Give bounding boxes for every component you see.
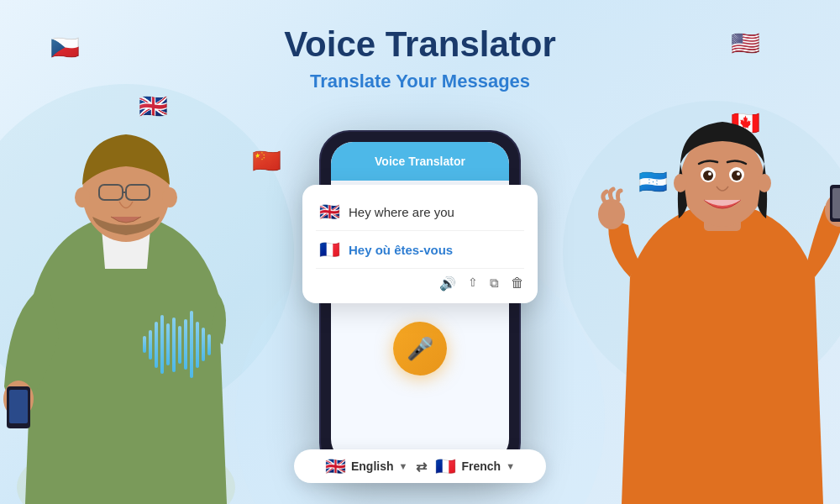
target-language-selector[interactable]: 🇫🇷 French ▼ <box>435 458 515 475</box>
swap-languages-icon[interactable]: ⇄ <box>416 459 427 475</box>
svg-rect-12 <box>9 390 28 423</box>
phone-header: Voice Translator <box>331 142 509 181</box>
svg-point-9 <box>162 187 177 207</box>
translation-actions: 🔊 ⇧ ⧉ 🗑 <box>316 268 524 291</box>
target-lang-text: French <box>461 459 501 473</box>
sound-wave <box>143 311 211 378</box>
svg-point-16 <box>758 174 771 192</box>
target-flag: 🇫🇷 <box>319 241 340 258</box>
svg-point-21 <box>708 172 711 176</box>
mic-button[interactable]: 🎤 <box>393 322 447 375</box>
language-bar: 🇬🇧 English ▼ ⇄ 🇫🇷 French ▼ <box>294 449 546 483</box>
target-lang-flag: 🇫🇷 <box>435 458 456 475</box>
svg-point-22 <box>737 172 740 176</box>
app-subtitle: Translate Your Messages <box>0 71 840 92</box>
source-lang-text: English <box>351 459 394 473</box>
svg-point-26 <box>598 199 625 229</box>
delete-icon[interactable]: 🗑 <box>511 276 524 291</box>
translation-card: 🇬🇧 Hey where are you 🇫🇷 Hey où êtes-vous… <box>302 185 538 303</box>
original-translation-row: 🇬🇧 Hey where are you <box>316 197 524 231</box>
translated-translation-row: 🇫🇷 Hey où êtes-vous <box>316 234 524 265</box>
svg-point-15 <box>674 174 687 192</box>
source-lang-flag: 🇬🇧 <box>325 458 346 475</box>
svg-rect-25 <box>832 188 840 218</box>
phone-app-title: Voice Translator <box>375 155 465 168</box>
target-lang-dropdown-icon: ▼ <box>506 461 515 471</box>
original-text: Hey where are you <box>349 205 454 219</box>
source-lang-dropdown-icon: ▼ <box>399 461 408 471</box>
header-section: Voice Translator Translate Your Messages <box>0 25 840 92</box>
source-flag: 🇬🇧 <box>319 203 340 220</box>
source-language-selector[interactable]: 🇬🇧 English ▼ <box>325 458 407 475</box>
svg-point-20 <box>732 171 742 181</box>
translated-text: Hey où êtes-vous <box>349 243 453 257</box>
share-icon[interactable]: ⇧ <box>468 276 478 291</box>
volume-icon[interactable]: 🔊 <box>439 276 456 291</box>
app-title: Voice Translator <box>0 25 840 64</box>
svg-point-19 <box>703 171 713 181</box>
copy-icon[interactable]: ⧉ <box>490 276 499 291</box>
svg-point-8 <box>75 187 90 207</box>
person-right <box>596 84 840 504</box>
person-left <box>0 84 269 504</box>
